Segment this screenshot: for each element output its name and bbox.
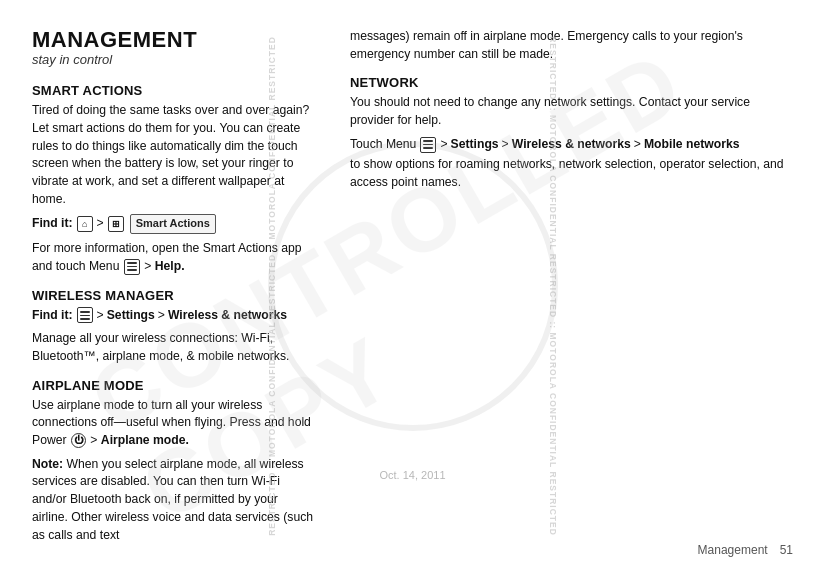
wireless-manager-section: WIRELESS MANAGER Find it: > Settings > W… [32, 288, 314, 366]
airplane-mode-section: AIRPLANE MODE Use airplane mode to turn … [32, 378, 314, 545]
net-settings: Settings [451, 136, 499, 154]
smart-actions-find-it: Find it: ⌂ > ⊞ Smart Actions [32, 214, 314, 234]
wm-arrow1: > [97, 307, 104, 325]
net-touch-menu-prefix: Touch Menu [350, 136, 416, 154]
smart-actions-heading: SMART ACTIONS [32, 83, 314, 98]
page-title: MANAGEMENT [32, 28, 314, 52]
continuation-text: messages) remain off in airplane mode. E… [350, 28, 793, 63]
right-column: messages) remain off in airplane mode. E… [332, 28, 793, 551]
wm-arrow2: > [158, 307, 165, 325]
airplane-arrow: > [90, 433, 101, 447]
note-label: Note: [32, 457, 63, 471]
more-info-help: Help. [155, 259, 185, 273]
network-body1: You should not need to change any networ… [350, 94, 793, 129]
note-body: When you select airplane mode, all wirel… [32, 457, 313, 542]
menu-icon-3 [420, 137, 436, 153]
net-mobile: Mobile networks [644, 136, 739, 154]
left-column: MANAGEMENT stay in control SMART ACTIONS… [32, 28, 332, 551]
page-number: 51 [780, 543, 793, 557]
smart-actions-more-info: For more information, open the Smart Act… [32, 240, 314, 275]
more-info-arrow: > [144, 259, 151, 273]
page-number-area: Management 51 [698, 543, 793, 557]
network-find-it: Touch Menu > Settings > Wireless & netwo… [350, 136, 793, 192]
network-section: NETWORK You should not need to change an… [350, 75, 793, 191]
power-icon: ⏻ [71, 433, 86, 448]
menu-icon-1 [124, 259, 140, 275]
airplane-mode-note: Note: When you select airplane mode, all… [32, 456, 314, 544]
net-arrow3: > [634, 136, 641, 154]
find-it-label: Find it: [32, 215, 73, 233]
find-it-arrow1: > [97, 215, 104, 233]
home-icon: ⌂ [77, 216, 93, 232]
smart-actions-body: Tired of doing the same tasks over and o… [32, 102, 314, 208]
network-heading: NETWORK [350, 75, 793, 90]
wm-wireless: Wireless & networks [168, 307, 287, 325]
wireless-manager-body: Manage all your wireless connections: Wi… [32, 330, 314, 365]
smart-actions-link: Smart Actions [130, 214, 216, 234]
net-wireless: Wireless & networks [512, 136, 631, 154]
menu-icon-2 [77, 307, 93, 323]
page-subtitle: stay in control [32, 52, 314, 67]
net-arrow2: > [502, 136, 509, 154]
wm-settings: Settings [107, 307, 155, 325]
airplane-mode-heading: AIRPLANE MODE [32, 378, 314, 393]
airplane-mode-label: Airplane mode. [101, 433, 189, 447]
wireless-manager-heading: WIRELESS MANAGER [32, 288, 314, 303]
wireless-manager-find-it: Find it: > Settings > Wireless & network… [32, 307, 314, 325]
apps-icon: ⊞ [108, 216, 124, 232]
net-arrow1: > [440, 136, 447, 154]
wm-find-it-prefix: Find it: [32, 307, 73, 325]
page-label: Management [698, 543, 768, 557]
airplane-mode-body1: Use airplane mode to turn all your wirel… [32, 397, 314, 450]
net-body-end: to show options for roaming networks, ne… [350, 156, 793, 191]
